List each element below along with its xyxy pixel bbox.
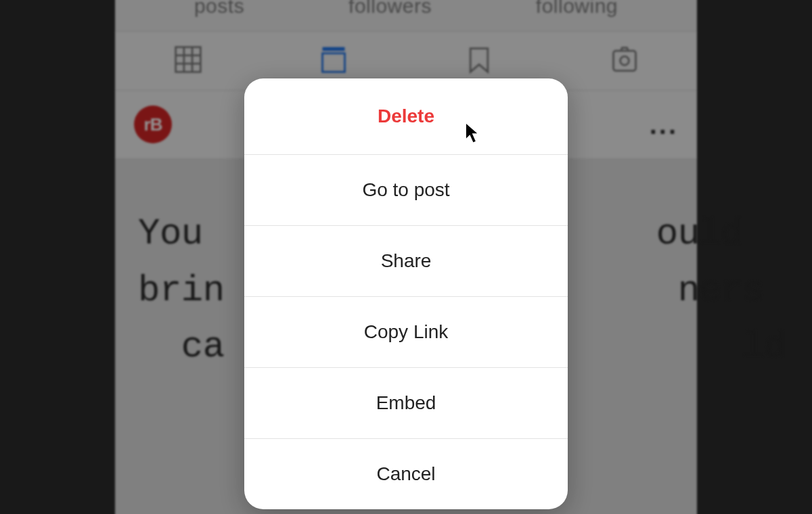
action-embed[interactable]: Embed	[244, 367, 568, 438]
action-share[interactable]: Share	[244, 225, 568, 296]
action-cancel[interactable]: Cancel	[244, 438, 568, 509]
action-copy-link[interactable]: Copy Link	[244, 296, 568, 367]
action-item-label: Copy Link	[364, 321, 449, 343]
action-item-label: Embed	[376, 392, 436, 414]
action-sheet: Delete Go to post Share Copy Link Embed …	[244, 78, 568, 509]
action-delete[interactable]: Delete	[244, 78, 568, 154]
action-item-label: Delete	[378, 106, 434, 127]
action-item-label: Go to post	[362, 179, 449, 201]
action-item-label: Share	[381, 250, 432, 272]
action-item-label: Cancel	[376, 463, 435, 485]
action-go-to-post[interactable]: Go to post	[244, 154, 568, 225]
screenshot-stage: posts followers following	[0, 0, 812, 514]
